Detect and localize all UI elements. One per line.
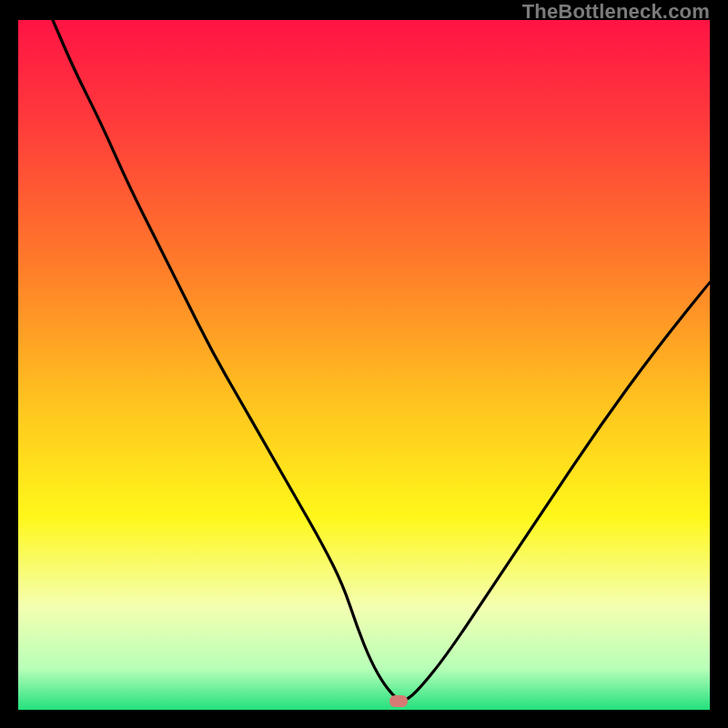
chart-background — [18, 20, 710, 710]
optimum-marker — [389, 695, 408, 707]
chart-frame: TheBottleneck.com — [0, 0, 728, 728]
chart-svg — [18, 20, 710, 710]
chart-plot-area — [18, 20, 710, 710]
